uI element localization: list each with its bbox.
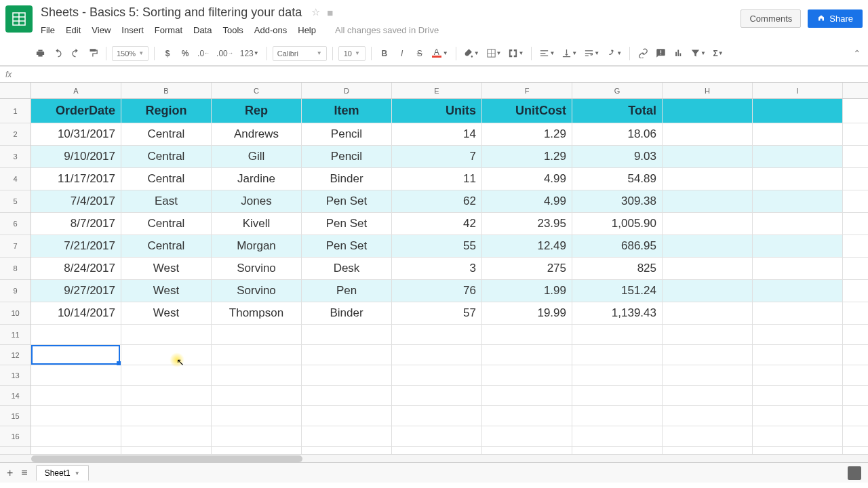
strikethrough-icon[interactable]: S [412,45,427,62]
menu-data[interactable]: Data [193,25,212,35]
cell[interactable] [302,386,392,405]
cell[interactable] [572,345,663,365]
merge-cells-icon[interactable]: ▼ [506,45,526,62]
cell[interactable]: 42 [392,213,482,235]
cell[interactable] [753,213,843,235]
cell[interactable]: 309.38 [572,190,663,212]
cell[interactable] [121,386,212,405]
cell[interactable] [121,447,212,454]
cell[interactable]: Gill [212,146,302,167]
col-head-D[interactable]: D [302,83,392,98]
cell[interactable] [392,426,482,446]
cell[interactable]: Thompson [212,302,302,324]
cell[interactable]: 4.99 [482,168,572,190]
cell[interactable]: Item [302,99,392,123]
menu-help[interactable]: Help [298,25,316,35]
text-color-icon[interactable]: A▼ [430,45,450,62]
zoom-dropdown[interactable]: 150%▼ [112,46,149,61]
cell[interactable]: 57 [392,302,482,324]
cell[interactable] [572,447,663,454]
cell[interactable] [663,426,753,446]
row-head-7[interactable]: 7 [0,235,31,258]
cell[interactable]: Binder [302,302,392,324]
cell[interactable]: 10/31/2017 [31,123,121,145]
fill-color-icon[interactable]: ▼ [462,45,481,62]
chart-icon[interactable] [671,45,686,62]
cell[interactable] [482,345,572,365]
horizontal-scrollbar[interactable] [0,454,868,462]
cell[interactable] [31,406,121,426]
cell[interactable]: Total [572,99,663,123]
cell[interactable] [572,365,663,385]
cell[interactable]: Central [121,235,212,257]
currency-icon[interactable]: $ [160,45,175,62]
doc-title[interactable]: Sheets - Basics 5: Sorting and filtering… [38,4,304,21]
cell[interactable]: Pen Set [302,213,392,235]
cell[interactable] [212,345,302,365]
select-all-corner[interactable] [0,83,31,98]
cell[interactable]: 9/27/2017 [31,280,121,302]
cell[interactable]: Desk [302,258,392,279]
row-head-3[interactable]: 3 [0,146,31,168]
cell[interactable]: Pen Set [302,190,392,212]
cell[interactable] [753,365,843,385]
cell[interactable] [392,447,482,454]
row-head-15[interactable]: 15 [0,406,31,426]
cell[interactable]: 19.99 [482,302,572,324]
decrease-decimal-icon[interactable]: .0← [195,45,212,62]
cell[interactable]: Central [121,123,212,145]
cell[interactable] [302,447,392,454]
cell[interactable] [753,280,843,302]
wrap-icon[interactable]: ▼ [582,45,601,62]
cell[interactable] [392,325,482,344]
cell[interactable]: 62 [392,190,482,212]
cell[interactable]: 1.99 [482,280,572,302]
halign-icon[interactable]: ▼ [537,45,557,62]
cell[interactable] [753,235,843,257]
cell[interactable]: 151.24 [572,280,663,302]
cell[interactable]: 1.29 [482,123,572,145]
cell[interactable]: Central [121,213,212,235]
cell[interactable] [392,386,482,405]
row-head-17[interactable]: 17 [0,447,31,454]
col-head-C[interactable]: C [212,83,302,98]
cell[interactable]: 76 [392,280,482,302]
cell[interactable] [212,325,302,344]
rotate-icon[interactable]: ▼ [604,45,624,62]
cell[interactable] [663,213,753,235]
collapse-toolbar-icon[interactable]: ⌃ [853,48,861,59]
cell[interactable] [753,447,843,454]
all-sheets-button[interactable]: ≡ [21,467,27,479]
bold-icon[interactable]: B [377,45,392,62]
cell[interactable] [663,325,753,344]
cell[interactable] [121,426,212,446]
col-head-G[interactable]: G [572,83,663,98]
cell[interactable] [482,325,572,344]
cell[interactable] [663,168,753,190]
cell[interactable]: West [121,280,212,302]
row-head-8[interactable]: 8 [0,258,31,280]
cell[interactable] [663,386,753,405]
cell[interactable] [572,325,663,344]
cell[interactable] [392,365,482,385]
cell[interactable] [212,365,302,385]
cell[interactable] [31,365,121,385]
cell[interactable]: Pen [302,280,392,302]
row-head-10[interactable]: 10 [0,302,31,325]
star-icon[interactable]: ☆ [311,6,320,18]
row-head-4[interactable]: 4 [0,168,31,190]
cell[interactable] [31,426,121,446]
cell[interactable] [753,99,843,123]
cell[interactable]: Rep [212,99,302,123]
menu-format[interactable]: Format [155,25,182,35]
menu-view[interactable]: View [92,25,111,35]
functions-icon[interactable]: Σ▼ [711,45,726,62]
cell[interactable]: Binder [302,168,392,190]
cell[interactable]: UnitCost [482,99,572,123]
cell[interactable]: Andrews [212,123,302,145]
cell[interactable] [663,235,753,257]
cell[interactable] [482,426,572,446]
cell[interactable] [31,325,121,344]
formula-bar[interactable]: fx [0,66,868,83]
paint-format-icon[interactable] [85,45,100,62]
